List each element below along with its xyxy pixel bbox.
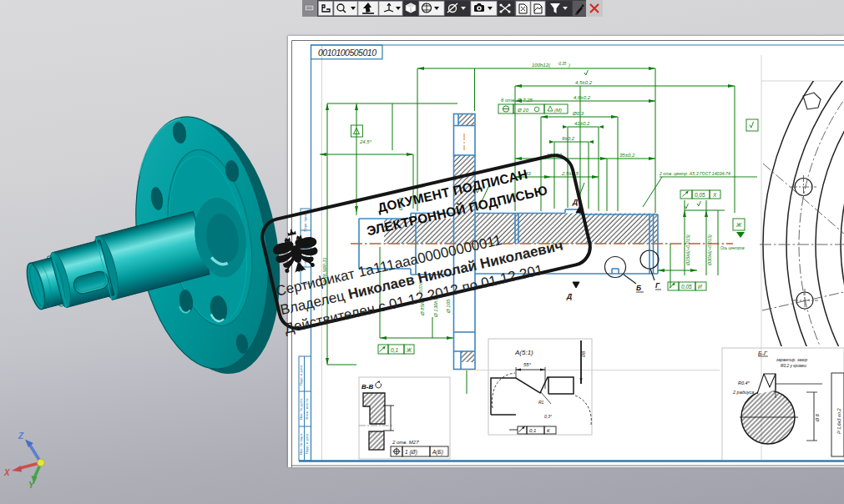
svg-text:24,5°: 24,5°	[359, 139, 372, 144]
svg-text:Инв. № подл.: Инв. № подл.	[299, 433, 303, 455]
svg-text:0,1: 0,1	[391, 347, 398, 353]
svg-text:2 отв. центр. А5,3 ГОСТ 14034-: 2 отв. центр. А5,3 ГОСТ 14034-74	[659, 171, 730, 176]
svg-text:Ø25k6(+0.015): Ø25k6(+0.015)	[685, 234, 690, 266]
svg-text:И: И	[698, 284, 702, 290]
svg-text:Ø 105: Ø 105	[446, 299, 451, 314]
svg-text:-0.35: -0.35	[558, 62, 567, 66]
svg-text:R8: R8	[581, 350, 586, 357]
svg-text:0,1: 0,1	[529, 428, 536, 433]
svg-text:В-В: В-В	[361, 383, 373, 391]
svg-text:Z: Z	[18, 431, 24, 441]
svg-text:0,05: 0,05	[681, 284, 692, 290]
svg-text:К: К	[547, 428, 550, 433]
svg-text:R1: R1	[538, 400, 544, 405]
svg-text:Ø0,3: Ø0,3	[572, 111, 584, 116]
svg-text:4,5±0,2: 4,5±0,2	[575, 80, 593, 85]
svg-text:0,05: 0,05	[695, 192, 705, 198]
svg-text:35±0,2: 35±0,2	[619, 153, 635, 158]
svg-text:Б: Б	[636, 284, 641, 292]
svg-text:Ø 8: Ø 8	[815, 413, 820, 422]
svg-text:Х: Х	[712, 192, 717, 198]
svg-text:6 отв. Ø 7,25: 6 отв. Ø 7,25	[501, 98, 533, 103]
svg-text:Ось центров: Ось центров	[720, 246, 745, 250]
svg-text:2 радиуса: 2 радиуса	[732, 390, 754, 395]
svg-text:0010100505010: 0010100505010	[318, 48, 377, 58]
svg-text:41±0,2: 41±0,2	[574, 121, 590, 126]
svg-text:Б-Г: Б-Г	[758, 350, 768, 356]
svg-text:А(Б): А(Б)	[432, 449, 443, 456]
svg-text:R0,4*: R0,4*	[738, 381, 751, 386]
svg-text:Ø30k6(+0.015): Ø30k6(+0.015)	[707, 234, 712, 266]
svg-text:X: X	[3, 468, 11, 477]
svg-text:4,6±0,2: 4,6±0,2	[574, 95, 591, 100]
svg-text:Взам. инв.№: Взам. инв.№	[305, 398, 309, 419]
svg-text:0,3°: 0,3°	[544, 414, 552, 419]
svg-text:Подп. и дата: Подп. и дата	[305, 433, 309, 454]
svg-text:Ж: Ж	[735, 222, 742, 228]
svg-text:9±0,2: 9±0,2	[562, 136, 575, 141]
svg-text:Подп. и дата: Подп. и дата	[299, 365, 303, 386]
svg-text:R0,2 у кромки: R0,2 у кромки	[781, 364, 806, 368]
svg-text:2 отв. М27: 2 отв. М27	[392, 440, 419, 445]
svg-text:Ж: Ж	[406, 347, 412, 353]
svg-text:100h12(: 100h12(	[532, 63, 551, 68]
svg-text:Инв. № дубл.: Инв. № дубл.	[299, 398, 303, 420]
svg-text:(М): (М)	[554, 108, 562, 113]
svg-text:1 (Ø): 1 (Ø)	[405, 449, 417, 456]
svg-text:Д: Д	[566, 292, 572, 300]
svg-text:): )	[568, 63, 570, 68]
svg-text:Р 1,6х3 кл.2: Р 1,6х3 кл.2	[836, 409, 841, 434]
svg-text:А(5:1): А(5:1)	[514, 349, 533, 356]
svg-text:55°: 55°	[523, 362, 532, 367]
svg-text:гарантир. зазор: гарантир. зазор	[776, 358, 808, 362]
svg-text:Ø 20: Ø 20	[517, 108, 529, 113]
svg-text:Г: Г	[655, 281, 660, 290]
